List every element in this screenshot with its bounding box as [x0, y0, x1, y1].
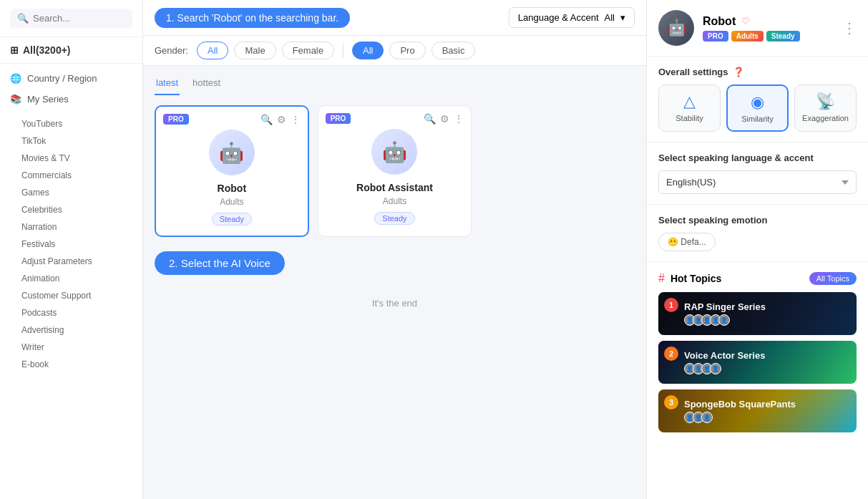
settings-card-icon[interactable]: ⚙ — [440, 113, 449, 125]
rp-header: 🤖 Robot ♡ PRO Adults Steady ⋮ — [647, 0, 868, 57]
search-card-icon[interactable]: 🔍 — [260, 114, 273, 125]
gender-male-button[interactable]: Male — [234, 42, 275, 59]
pro-badge: PRO — [163, 114, 189, 125]
more-card-icon[interactable]: ⋮ — [291, 114, 301, 125]
search-tooltip: 1. Search 'Robot' on the searching bar. — [155, 8, 350, 28]
all-label: All(3200+) — [23, 44, 71, 56]
sidebar-item-movies-tv[interactable]: Movies & TV — [21, 150, 132, 167]
pro-badge: PRO — [326, 113, 351, 124]
grid-icon: ⊞ — [10, 44, 19, 56]
type-basic-button[interactable]: Basic — [431, 42, 476, 59]
lang-section-label: Select speaking language & accent — [658, 152, 814, 163]
sidebar-item-animation[interactable]: Animation — [21, 270, 132, 287]
settings-card-icon[interactable]: ⚙ — [277, 114, 286, 125]
search-bar[interactable]: 🔍 robot — [10, 9, 132, 28]
more-options-icon[interactable]: ⋮ — [842, 19, 857, 37]
topic-avatar: 👤 — [718, 314, 730, 326]
topic-content-3: SpongeBob SquarePants 👤 👤 👤 — [658, 393, 801, 429]
sidebar-item-youtubers[interactable]: YouTubers — [21, 115, 132, 132]
type-pro-button[interactable]: Pro — [389, 42, 425, 59]
sidebar-header: 🔍 robot — [0, 0, 142, 37]
sidebar-item-country-region[interactable]: 🌐 Country / Region — [10, 68, 132, 89]
toolbar: 1. Search 'Robot' on the searching bar. … — [143, 0, 646, 36]
hot-icon: # — [658, 272, 665, 285]
topic-avatar: 👤 — [701, 412, 713, 423]
sidebar-item-festivals[interactable]: Festivals — [21, 236, 132, 253]
sidebar-item-podcasts[interactable]: Podcasts — [21, 304, 132, 321]
stability-label: Stability — [676, 114, 703, 122]
card-icons: 🔍 ⚙ ⋮ — [260, 114, 301, 125]
overall-settings-section: Overall settings ❓ △ Stability ◉ Similar… — [647, 57, 868, 142]
select-voice-tooltip[interactable]: 2. Select the AI Voice — [155, 251, 285, 275]
badge-adults: Adults — [731, 31, 764, 42]
voice-type-assistant: Adults — [383, 196, 406, 206]
voice-type-robot: Adults — [220, 197, 243, 207]
sidebar-item-my-series[interactable]: 📚 My Series — [10, 89, 132, 110]
rp-avatar: 🤖 — [658, 10, 694, 46]
voice-card-robot[interactable]: PRO 🔍 ⚙ ⋮ 🤖 Robot Adults Steady — [155, 105, 309, 237]
lang-section-title: Select speaking language & accent — [658, 152, 857, 163]
sidebar-item-advertising[interactable]: Advertising — [21, 321, 132, 339]
all-topics-button[interactable]: All Topics — [809, 272, 857, 285]
tab-hottest[interactable]: hottest — [191, 73, 222, 95]
right-panel: 🤖 Robot ♡ PRO Adults Steady ⋮ Overall se… — [646, 0, 868, 499]
exaggeration-icon: 📡 — [816, 92, 835, 111]
sidebar-item-celebrities[interactable]: Celebrities — [21, 201, 132, 218]
gender-all-button[interactable]: All — [197, 42, 228, 59]
sidebar-item-adjust-parameters[interactable]: Adjust Parameters — [21, 253, 132, 270]
rp-voice-name: Robot — [703, 15, 736, 28]
question-icon[interactable]: ❓ — [733, 67, 744, 77]
main-content: 1. Search 'Robot' on the searching bar. … — [143, 0, 646, 499]
sidebar-item-ebook[interactable]: E-book — [21, 356, 132, 373]
setting-stability[interactable]: △ Stability — [658, 84, 721, 132]
topic-content-1: RAP Singer Series 👤 👤 👤 👤 👤 — [658, 296, 771, 331]
speaking-emotion-section: Select speaking emotion 😶 Defa... — [647, 205, 868, 262]
topic-card-1[interactable]: 1 RAP Singer Series 👤 👤 👤 👤 👤 — [658, 292, 857, 335]
hot-topics-section: # Hot Topics All Topics 1 RAP Singer Ser… — [647, 262, 868, 448]
rp-badges: PRO Adults Steady — [703, 31, 800, 42]
search-input[interactable]: robot — [33, 13, 125, 24]
topic-avatar: 👤 — [710, 363, 721, 374]
globe-icon: 🌐 — [10, 73, 21, 84]
hot-topics-title: Hot Topics — [670, 273, 721, 284]
emotion-button[interactable]: 😶 Defa... — [658, 233, 716, 251]
gender-label: Gender: — [155, 45, 188, 56]
topic-card-3[interactable]: 3 SpongeBob SquarePants 👤 👤 👤 — [658, 389, 857, 432]
similarity-icon: ◉ — [751, 93, 764, 112]
voice-avatar-assistant: 🤖 — [371, 129, 417, 175]
heart-icon[interactable]: ♡ — [741, 16, 750, 26]
sidebar-item-narration[interactable]: Narration — [21, 218, 132, 236]
chevron-down-icon: ▾ — [620, 12, 625, 23]
search-icon: 🔍 — [17, 13, 29, 24]
voice-grid: PRO 🔍 ⚙ ⋮ 🤖 Robot Adults Steady PRO 🔍 ⚙ … — [155, 105, 635, 323]
sidebar-item-commercials[interactable]: Commercials — [21, 167, 132, 184]
sidebar-item-tiktok[interactable]: TikTok — [21, 132, 132, 150]
setting-exaggeration[interactable]: 📡 Exaggeration — [794, 84, 857, 132]
sidebar-all-item[interactable]: ⊞ All(3200+) — [0, 37, 142, 64]
search-card-icon[interactable]: 🔍 — [424, 113, 436, 125]
gender-female-button[interactable]: Female — [282, 42, 334, 59]
rp-title-area: Robot ♡ PRO Adults Steady — [703, 15, 800, 42]
voice-avatar-robot: 🤖 — [209, 130, 255, 175]
topic-card-2[interactable]: 2 Voice Actor Series 👤 👤 👤 👤 — [658, 341, 857, 384]
type-all-button[interactable]: All — [352, 42, 384, 59]
sidebar-item-writer[interactable]: Writer — [21, 339, 132, 356]
sidebar-main-sections: 🌐 Country / Region 📚 My Series — [0, 64, 142, 114]
badge-pro: PRO — [703, 31, 728, 42]
tabs-bar: latest hottest — [143, 66, 646, 95]
badge-steady: Steady — [766, 31, 800, 42]
more-card-icon[interactable]: ⋮ — [454, 113, 464, 125]
end-text: It's the end — [155, 284, 635, 323]
sidebar-item-customer-support[interactable]: Customer Support — [21, 287, 132, 304]
stability-icon: △ — [683, 92, 696, 111]
voice-card-robot-assistant[interactable]: PRO 🔍 ⚙ ⋮ 🤖 Robot Assistant Adults Stead… — [318, 105, 472, 237]
exaggeration-label: Exaggeration — [802, 114, 849, 122]
sidebar-item-label: Country / Region — [27, 73, 97, 84]
sidebar-item-games[interactable]: Games — [21, 184, 132, 201]
tab-latest[interactable]: latest — [155, 73, 180, 95]
language-accent-filter[interactable]: Language & Accent All ▾ — [509, 7, 635, 28]
filter-divider — [343, 44, 343, 58]
lang-select[interactable]: English(US) — [658, 170, 857, 194]
setting-similarity[interactable]: ◉ Similarity — [726, 84, 789, 132]
voice-name-assistant: Robot Assistant — [356, 182, 433, 193]
